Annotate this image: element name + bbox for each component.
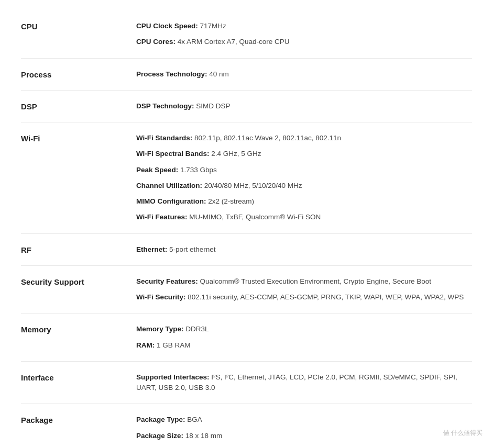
spec-field-label: Channel Utilization:	[136, 182, 204, 189]
spec-details: CPU Clock Speed: 717MHzCPU Cores: 4x ARM…	[136, 21, 472, 48]
spec-row: MemoryMemory Type: DDR3LRAM: 1 GB RAM	[21, 313, 472, 362]
spec-line: Package Size: 18 x 18 mm	[136, 431, 472, 441]
spec-line: Wi-Fi Features: MU-MIMO, TxBF, Qualcomm®…	[136, 212, 472, 222]
spec-field-value: 5-port ethernet	[169, 245, 216, 253]
spec-row: DSPDSP Technology: SIMD DSP	[21, 91, 472, 122]
spec-category-label: Memory	[21, 324, 136, 351]
spec-field-value: DDR3L	[185, 325, 209, 333]
spec-row: Security SupportSecurity Features: Qualc…	[21, 266, 472, 314]
spec-field-label: Supported Interfaces:	[136, 373, 211, 381]
spec-line: Package Type: BGA	[136, 415, 472, 425]
spec-row: PackagePackage Type: BGAPackage Size: 18…	[21, 404, 472, 448]
spec-line: Supported Interfaces: I²S, I²C, Ethernet…	[136, 372, 472, 394]
spec-field-value: 2.4 GHz, 5 GHz	[211, 150, 261, 158]
spec-category-label: CPU	[21, 21, 136, 48]
spec-line: CPU Cores: 4x ARM Cortex A7, Quad-core C…	[136, 37, 472, 47]
spec-field-value: 802.11i security, AES-CCMP, AES-GCMP, PR…	[188, 293, 464, 301]
spec-field-value: 20/40/80 MHz, 5/10/20/40 MHz	[204, 182, 302, 189]
spec-details: Security Features: Qualcomm® Trusted Exe…	[136, 276, 472, 303]
spec-row: InterfaceSupported Interfaces: I²S, I²C,…	[21, 362, 472, 405]
spec-line: Memory Type: DDR3L	[136, 324, 472, 334]
spec-details: DSP Technology: SIMD DSP	[136, 101, 472, 111]
spec-line: Channel Utilization: 20/40/80 MHz, 5/10/…	[136, 181, 472, 191]
spec-line: Peak Speed: 1.733 Gbps	[136, 165, 472, 175]
spec-line: Ethernet: 5-port ethernet	[136, 244, 472, 255]
spec-details: Ethernet: 5-port ethernet	[136, 244, 472, 255]
spec-category-label: DSP	[21, 101, 136, 111]
spec-line: Wi-Fi Standards: 802.11p, 802.11ac Wave …	[136, 133, 472, 143]
spec-details: Process Technology: 40 nm	[136, 69, 472, 80]
spec-line: RAM: 1 GB RAM	[136, 340, 472, 351]
spec-category-label: Security Support	[21, 276, 136, 303]
spec-field-value: 1.733 Gbps	[180, 166, 217, 174]
spec-row: RFEthernet: 5-port ethernet	[21, 234, 472, 266]
spec-field-label: CPU Clock Speed:	[136, 22, 200, 30]
spec-field-value: 717MHz	[200, 22, 226, 30]
spec-field-value: 2x2 (2-stream)	[208, 197, 254, 205]
spec-line: DSP Technology: SIMD DSP	[136, 101, 472, 111]
spec-field-label: Memory Type:	[136, 325, 185, 333]
spec-field-label: DSP Technology:	[136, 102, 196, 110]
spec-field-value: 4x ARM Cortex A7, Quad-core CPU	[178, 38, 290, 46]
spec-details: Wi-Fi Standards: 802.11p, 802.11ac Wave …	[136, 133, 472, 223]
spec-field-value: 1 GB RAM	[157, 341, 191, 349]
spec-field-value: Qualcomm® Trusted Execution Environment,…	[200, 277, 431, 285]
spec-field-value: BGA	[187, 416, 202, 423]
spec-line: CPU Clock Speed: 717MHz	[136, 21, 472, 31]
spec-field-label: CPU Cores:	[136, 38, 178, 46]
spec-field-label: Security Features:	[136, 277, 200, 285]
spec-line: Process Technology: 40 nm	[136, 69, 472, 80]
spec-line: Wi-Fi Security: 802.11i security, AES-CC…	[136, 292, 472, 303]
spec-details: Package Type: BGAPackage Size: 18 x 18 m…	[136, 415, 472, 441]
spec-field-value: 40 nm	[209, 70, 229, 78]
spec-category-label: RF	[21, 244, 136, 255]
spec-row: ProcessProcess Technology: 40 nm	[21, 59, 472, 91]
spec-row: Wi-FiWi-Fi Standards: 802.11p, 802.11ac …	[21, 122, 472, 234]
spec-field-label: Wi-Fi Security:	[136, 293, 188, 301]
spec-line: Wi-Fi Spectral Bands: 2.4 GHz, 5 GHz	[136, 149, 472, 159]
specs-container: CPUCPU Clock Speed: 717MHzCPU Cores: 4x …	[21, 10, 472, 448]
spec-field-value: 802.11p, 802.11ac Wave 2, 802.11ac, 802.…	[194, 134, 341, 142]
spec-field-label: RAM:	[136, 341, 157, 349]
spec-category-label: Interface	[21, 372, 136, 394]
spec-field-label: Peak Speed:	[136, 166, 180, 174]
spec-field-label: Wi-Fi Standards:	[136, 134, 194, 142]
spec-field-label: Package Type:	[136, 416, 187, 423]
spec-field-value: MU-MIMO, TxBF, Qualcomm® Wi-Fi SON	[189, 213, 321, 221]
spec-line: MIMO Configuration: 2x2 (2-stream)	[136, 196, 472, 207]
spec-field-label: Process Technology:	[136, 70, 209, 78]
spec-field-value: 18 x 18 mm	[185, 432, 223, 440]
watermark-text: 値 什么値得买	[443, 429, 483, 438]
spec-category-label: Package	[21, 415, 136, 441]
spec-field-label: Wi-Fi Spectral Bands:	[136, 150, 211, 158]
spec-line: Security Features: Qualcomm® Trusted Exe…	[136, 276, 472, 287]
spec-details: Memory Type: DDR3LRAM: 1 GB RAM	[136, 324, 472, 351]
spec-details: Supported Interfaces: I²S, I²C, Ethernet…	[136, 372, 472, 394]
spec-field-label: Wi-Fi Features:	[136, 213, 189, 221]
spec-category-label: Process	[21, 69, 136, 80]
spec-field-label: Ethernet:	[136, 245, 169, 253]
spec-category-label: Wi-Fi	[21, 133, 136, 223]
spec-row: CPUCPU Clock Speed: 717MHzCPU Cores: 4x …	[21, 10, 472, 59]
spec-field-label: Package Size:	[136, 432, 185, 440]
spec-field-value: SIMD DSP	[196, 102, 230, 110]
spec-field-label: MIMO Configuration:	[136, 197, 208, 205]
